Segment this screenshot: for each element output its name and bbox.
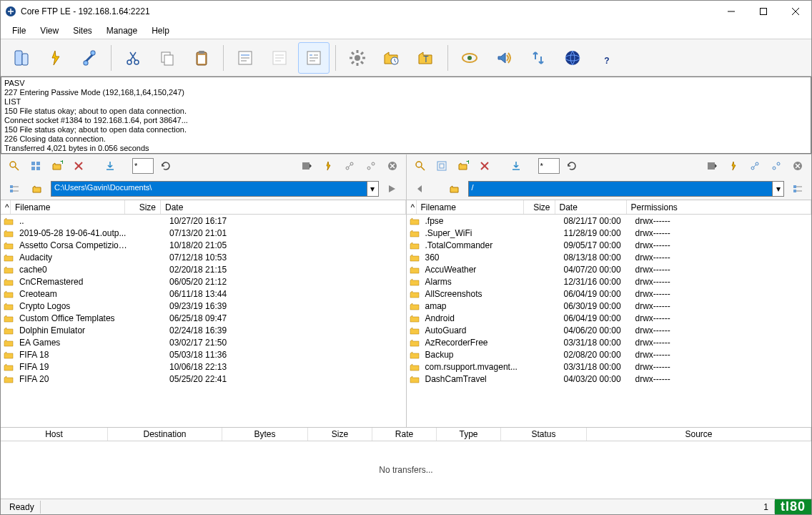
link-button[interactable] — [340, 157, 359, 175]
table-row[interactable]: Assetto Corsa Competizione10/18/20 21:05 — [1, 239, 406, 251]
transfer-body[interactable]: No transfers... — [1, 441, 811, 499]
menu-manage[interactable]: Manage — [99, 23, 144, 39]
table-row[interactable]: Android06/04/19 00:00drwx------ — [407, 312, 812, 324]
date-col[interactable]: Date — [555, 200, 627, 214]
select-button[interactable] — [26, 157, 45, 175]
table-row[interactable]: FIFA 1805/03/18 11:36 — [1, 348, 406, 360]
icon-col[interactable]: ^ — [407, 200, 417, 214]
right-path-text[interactable]: / — [469, 182, 773, 196]
new-folder-button[interactable]: + — [48, 157, 66, 175]
view-button[interactable] — [454, 42, 485, 74]
search-button[interactable] — [411, 157, 430, 175]
filter-input[interactable] — [538, 158, 560, 174]
maximize-button[interactable] — [747, 1, 779, 22]
table-row[interactable]: AzRecorderFree03/31/18 00:00drwx------ — [407, 336, 812, 348]
left-path-combo[interactable]: C:\Users\Gavin\Documents\ ▾ — [51, 181, 379, 197]
tree-button[interactable] — [5, 180, 24, 198]
table-row[interactable]: cache002/20/18 21:15 — [1, 263, 406, 275]
table-row[interactable]: .fpse08/21/17 00:00drwx------ — [407, 215, 812, 227]
log-detail-button[interactable] — [298, 42, 330, 74]
up-button[interactable] — [28, 180, 46, 198]
log-lines-button[interactable] — [264, 42, 295, 74]
search-button[interactable] — [5, 157, 24, 175]
compare-button[interactable] — [523, 42, 554, 74]
table-row[interactable]: AccuWeather04/07/20 00:00drwx------ — [407, 263, 812, 275]
quick-connect-button[interactable] — [39, 42, 71, 74]
close-button[interactable] — [779, 1, 811, 22]
minimize-button[interactable] — [715, 1, 747, 22]
table-row[interactable]: AllScreenshots06/04/19 00:00drwx------ — [407, 288, 812, 300]
delete-button[interactable] — [475, 157, 494, 175]
table-row[interactable]: 2019-05-28 19-06-41.outp...07/13/20 21:0… — [1, 227, 406, 239]
table-row[interactable]: FIFA 1910/06/18 22:13 — [1, 360, 406, 373]
table-row[interactable]: Audacity07/12/18 10:53 — [1, 251, 406, 263]
chevron-down-icon[interactable]: ▾ — [772, 182, 783, 196]
table-row[interactable]: ..10/27/20 16:17 — [1, 215, 406, 227]
stop-button[interactable] — [383, 157, 402, 175]
table-row[interactable]: Custom Office Templates06/25/18 09:47 — [1, 312, 406, 324]
sites-button[interactable] — [5, 42, 36, 74]
left-file-list[interactable]: ^ Filename Size Date ..10/27/20 16:17201… — [1, 200, 406, 427]
type-col[interactable]: Type — [437, 428, 501, 441]
upload-button[interactable] — [507, 157, 525, 175]
table-row[interactable]: .Super_WiFi11/28/19 00:00drwx------ — [407, 227, 812, 239]
unlink-button[interactable] — [767, 157, 786, 175]
right-file-list[interactable]: ^ Filename Size Date Permissions .fpse08… — [407, 200, 812, 427]
chevron-down-icon[interactable]: ▾ — [367, 182, 378, 196]
table-row[interactable]: .TotalCommander09/05/17 00:00drwx------ — [407, 239, 812, 251]
table-row[interactable]: EA Games03/02/17 21:50 — [1, 336, 406, 348]
mode-button[interactable] — [297, 157, 316, 175]
new-folder-button[interactable]: + — [454, 157, 472, 175]
perm-col[interactable]: Permissions — [627, 200, 812, 214]
download-button[interactable] — [101, 157, 119, 175]
templates-button[interactable]: T — [410, 42, 442, 74]
table-row[interactable]: Dolphin Emulator02/24/18 16:39 — [1, 324, 406, 336]
refresh-button[interactable] — [563, 157, 581, 175]
table-row[interactable]: 36008/13/18 00:00drwx------ — [407, 251, 812, 263]
rate-col[interactable]: Rate — [372, 428, 437, 441]
table-row[interactable]: com.rsupport.mvagent...03/31/18 00:00drw… — [407, 360, 812, 373]
up-button[interactable] — [445, 180, 464, 198]
action-button[interactable] — [724, 157, 743, 175]
stop-button[interactable] — [788, 157, 807, 175]
help-button[interactable]: ? — [591, 42, 623, 74]
table-row[interactable]: DashCamTravel04/03/20 00:00drwx------ — [407, 373, 812, 385]
table-row[interactable]: amap06/30/19 00:00drwx------ — [407, 300, 812, 312]
menu-sites[interactable]: Sites — [66, 23, 99, 39]
cut-button[interactable] — [117, 42, 149, 74]
go-button[interactable] — [383, 180, 402, 198]
menu-file[interactable]: File — [5, 23, 33, 39]
status-col[interactable]: Status — [501, 428, 587, 441]
globe-button[interactable] — [557, 42, 588, 74]
filter-input[interactable] — [132, 158, 154, 174]
dest-col[interactable]: Destination — [108, 428, 222, 441]
action-button[interactable] — [319, 157, 337, 175]
table-row[interactable]: AutoGuard04/06/20 00:00drwx------ — [407, 324, 812, 336]
size-col[interactable]: Size — [308, 428, 372, 441]
source-col[interactable]: Source — [587, 428, 811, 441]
table-row[interactable]: Creoteam06/11/18 13:44 — [1, 288, 406, 300]
select-button[interactable] — [432, 157, 451, 175]
size-col[interactable]: Size — [524, 200, 555, 214]
tree-button[interactable] — [788, 180, 807, 198]
unlink-button[interactable] — [362, 157, 380, 175]
icon-col[interactable]: ^ — [1, 200, 11, 214]
log-button[interactable] — [229, 42, 261, 74]
right-path-combo[interactable]: / ▾ — [468, 181, 785, 197]
size-col[interactable]: Size — [125, 200, 161, 214]
bytes-col[interactable]: Bytes — [222, 428, 308, 441]
left-path-text[interactable]: C:\Users\Gavin\Documents\ — [51, 182, 367, 196]
paste-button[interactable] — [186, 42, 217, 74]
link-button[interactable] — [746, 157, 764, 175]
table-row[interactable]: FIFA 2005/25/20 22:41 — [1, 373, 406, 385]
filename-col[interactable]: Filename — [11, 200, 125, 214]
table-row[interactable]: Backup02/08/20 00:00drwx------ — [407, 348, 812, 360]
settings-button[interactable] — [342, 42, 373, 74]
host-col[interactable]: Host — [1, 428, 108, 441]
log-area[interactable]: PASV 227 Entering Passive Mode (192,168,… — [1, 77, 811, 154]
menu-help[interactable]: Help — [144, 23, 177, 39]
schedule-button[interactable] — [376, 42, 407, 74]
filename-col[interactable]: Filename — [417, 200, 524, 214]
mode-button[interactable] — [703, 157, 721, 175]
sound-button[interactable] — [488, 42, 520, 74]
